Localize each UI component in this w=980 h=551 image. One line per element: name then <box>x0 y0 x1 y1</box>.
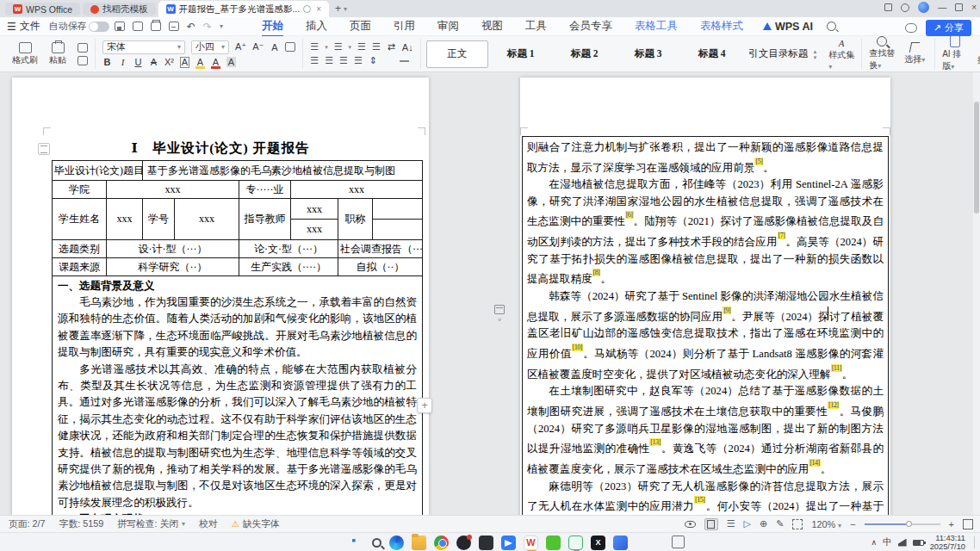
topic-type-option-2[interactable]: 论·文·型（···） <box>239 240 338 258</box>
wechat-icon[interactable] <box>546 536 561 550</box>
style-citation-title[interactable]: 引文目录标题 <box>745 40 812 68</box>
docer-template-tab[interactable]: 找稻壳模板 <box>83 3 156 15</box>
source-option-1[interactable]: 科学研究（··） <box>107 258 239 276</box>
tab-table-tools[interactable]: 表格工具 <box>623 17 689 35</box>
decrease-indent-icon[interactable]: ☰ <box>357 41 366 53</box>
strikethrough-icon[interactable]: A <box>149 57 158 67</box>
report-body-cell[interactable]: 一、选题背景及意义 毛乌素沙地，作为我国重要的沙漠生态系统之一，承载着丰富的自然… <box>53 276 423 516</box>
topic-type-label-cell[interactable]: 选题类别 <box>53 240 107 258</box>
topic-value-cell[interactable]: 基于多光谱遥感影像的毛乌素沙地植被信息提取与制图 <box>143 161 423 181</box>
user-avatar[interactable] <box>918 2 929 13</box>
body-paragraph[interactable]: 在土壤制图研究中，赵良军等（2024）总结了基于遥感影像数据的土壤制图研究进展，… <box>527 383 884 478</box>
rank-value-2[interactable] <box>373 220 422 239</box>
style-gallery-scroll[interactable]: ▴▾ <box>814 48 817 60</box>
student-id-label-cell[interactable]: 学号 <box>143 199 175 240</box>
undo-button[interactable]: ↶ <box>187 21 195 33</box>
tab-table-style[interactable]: 表格样式 <box>689 17 754 35</box>
body-paragraph[interactable]: 麻德明等（2023）研究了无人机遥感影像的浒苔信息提取方法，展示了无人机在水体监… <box>527 479 884 515</box>
font-size-select[interactable]: 小四 ▾ <box>191 40 229 54</box>
start-button[interactable] <box>352 539 359 546</box>
style-heading-3[interactable]: 标题 3 <box>617 40 679 68</box>
align-left-icon[interactable]: ☰ <box>310 55 319 66</box>
clock[interactable]: 11:43:11 2025/7/10 <box>930 534 965 551</box>
topic-type-option-1[interactable]: 设·计·型（···） <box>107 240 239 258</box>
student-name-value-cell[interactable]: xxx <box>107 199 143 240</box>
vertical-scrollbar[interactable] <box>973 72 980 515</box>
select-button[interactable]: 选择▾ <box>902 42 927 65</box>
cloud-sync-icon[interactable] <box>905 23 917 33</box>
clear-format-icon[interactable] <box>285 42 295 52</box>
network-icon[interactable] <box>898 539 907 547</box>
web-layout-icon[interactable]: ⊕ <box>760 518 767 529</box>
body-paragraph[interactable]: 则融合了注意力机制与扩张卷积，提出了一种新颖的遥感影像道路信息提取方法，显示了深… <box>527 139 884 176</box>
pinned-device-icon[interactable] <box>672 536 685 548</box>
scrollbar-thumb[interactable] <box>974 102 979 214</box>
decrease-font-icon[interactable]: A⁻ <box>252 41 264 53</box>
close-window-button[interactable]: × <box>971 3 977 12</box>
wps-ai-button[interactable]: WPS AI <box>754 19 822 34</box>
superscript-icon[interactable]: X² <box>164 57 174 67</box>
typeset-button[interactable]: A 排版▾ <box>975 42 980 66</box>
format-painter-button[interactable]: 格式刷 <box>12 42 38 66</box>
advisor-value-2[interactable]: xxx <box>291 220 338 239</box>
rank-value-cell[interactable] <box>373 199 423 240</box>
college-value-cell[interactable]: xxx <box>107 181 239 199</box>
tab-reference[interactable]: 引用 <box>382 17 426 35</box>
style-heading-2[interactable]: 标题 2 <box>554 40 616 68</box>
share-button[interactable]: ↗ 分享 <box>926 20 971 36</box>
body-paragraph[interactable]: 毛乌素沙地，作为我国重要的沙漠生态系统之一，承载着丰富的自然资源和独特的生态价值… <box>58 294 417 362</box>
restore-button[interactable] <box>955 3 963 11</box>
chrome-browser-icon[interactable] <box>434 536 449 550</box>
new-tab-button[interactable]: + <box>335 3 341 15</box>
close-document-icon[interactable]: × <box>316 4 321 14</box>
character-shading-icon[interactable]: A <box>226 57 236 67</box>
tab-view[interactable]: 视图 <box>470 17 514 35</box>
outline-view-icon[interactable]: ☰ <box>727 518 735 529</box>
section-heading-1[interactable]: 一、选题背景及意义 <box>58 278 417 294</box>
tab-member[interactable]: 会员专享 <box>558 17 623 35</box>
wps-taskbar-icon[interactable]: W <box>524 536 538 550</box>
zoom-slider[interactable] <box>865 523 940 525</box>
file-menu[interactable]: 文件 <box>20 19 40 34</box>
tab-insert[interactable]: 插入 <box>295 17 338 35</box>
major-label-cell[interactable]: 专·····业 <box>239 181 291 199</box>
ime-indicator[interactable]: 中 <box>883 536 892 548</box>
body-paragraph[interactable]: 在湿地植被信息提取方面，祁佳峰等（2023）利用 Sentinel-2A 遥感影… <box>527 176 884 288</box>
align-center-icon[interactable]: ☰ <box>325 55 333 66</box>
advisor-value-cell[interactable]: xxx xxx <box>291 199 338 240</box>
missing-font-warning[interactable]: ⚠ 缺失字体 <box>232 518 280 530</box>
tab-home[interactable]: 开始 <box>251 17 295 35</box>
rank-value-1[interactable] <box>373 200 422 220</box>
increase-font-icon[interactable]: A⁺ <box>235 41 246 53</box>
redo-button[interactable]: ↷ <box>203 21 212 33</box>
save-icon[interactable] <box>115 22 125 31</box>
style-heading-4[interactable]: 标题 4 <box>681 40 743 68</box>
student-name-label-cell[interactable]: 学生姓名 <box>53 199 107 240</box>
justify-icon[interactable]: ☰ <box>354 55 363 66</box>
eye-protection-icon[interactable] <box>303 5 311 13</box>
copy-icon[interactable] <box>78 56 88 65</box>
document-canvas[interactable]: Ⅰ 毕业设计(论文) 开题报告 毕业设计(论文)题目 基于多光谱遥感影像的毛乌素… <box>0 72 980 515</box>
find-replace-button[interactable]: 查找替换▾ <box>869 36 895 71</box>
zoom-level[interactable]: 120% ▾ <box>811 519 841 529</box>
document-page-2[interactable]: Ⅰ 毕业设计(论文) 开题报告 毕业设计(论文)题目 基于多光谱遥感影像的毛乌素… <box>12 77 429 515</box>
tab-page[interactable]: 页面 <box>338 17 382 35</box>
page-view-mode-icon[interactable] <box>704 518 718 530</box>
photos-app-icon[interactable] <box>613 536 628 550</box>
search-icon[interactable] <box>827 22 836 31</box>
sort-icon[interactable]: A↓ <box>402 42 413 53</box>
font-color-icon[interactable]: A <box>211 57 220 67</box>
zoom-slider-knob[interactable] <box>906 521 912 527</box>
highlight-color-icon[interactable]: A <box>195 57 205 67</box>
style-set-button[interactable]: A 样式集▾ <box>828 38 854 71</box>
print-icon[interactable] <box>151 22 161 31</box>
home-tab[interactable]: W WPS Office <box>5 3 80 15</box>
line-spacing-icon[interactable]: ⇕ <box>369 55 378 66</box>
character-border-icon[interactable]: A <box>180 57 189 68</box>
tab-review[interactable]: 审阅 <box>426 17 470 35</box>
main-menu-icon[interactable]: ☰ <box>7 21 16 33</box>
source-option-3[interactable]: 自拟（··） <box>338 258 423 276</box>
increase-indent-icon[interactable]: ☰ <box>372 41 381 53</box>
eye-protection-mode-icon[interactable] <box>685 521 696 528</box>
style-normal[interactable]: 正文 <box>426 40 488 68</box>
